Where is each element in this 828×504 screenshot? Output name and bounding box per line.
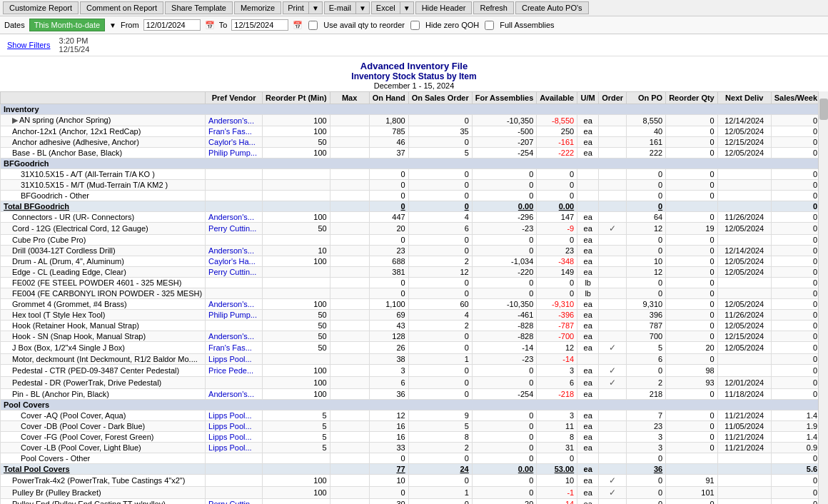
max-cell bbox=[330, 212, 369, 223]
col-header-reorder-pt[interactable]: Reorder Pt (Min) bbox=[263, 92, 330, 104]
use-avail-qty-checkbox[interactable] bbox=[308, 21, 318, 30]
vendor-link[interactable]: Anderson's... bbox=[208, 390, 254, 398]
sales-week-cell: 0 bbox=[771, 453, 818, 464]
available-cell: 0 bbox=[537, 169, 577, 180]
vendor-cell bbox=[206, 191, 263, 201]
vendor-cell bbox=[206, 377, 263, 389]
reorder-qty-cell: 0 bbox=[666, 246, 718, 256]
hide-zero-qoh-checkbox[interactable] bbox=[410, 21, 420, 30]
col-header-reorder-qty[interactable]: Reorder Qty bbox=[666, 92, 718, 104]
vendor-cell bbox=[206, 180, 263, 191]
order-cell: ✓ bbox=[599, 365, 627, 377]
vendor-link[interactable]: Fran's Fas... bbox=[208, 343, 252, 352]
from-calendar-icon[interactable]: 📅 bbox=[205, 21, 215, 30]
col-header-pref-vendor[interactable]: Pref Vendor bbox=[206, 92, 263, 104]
col-header-on-hand[interactable]: On Hand bbox=[369, 92, 408, 104]
col-header-on-sales-order[interactable]: On Sales Order bbox=[408, 92, 472, 104]
to-date-input[interactable] bbox=[231, 19, 288, 31]
item-name: 31X10.5X15 - M/T (Mud-Terrain T/A KM2 ) bbox=[1, 180, 206, 191]
print-button[interactable]: Print bbox=[283, 1, 308, 14]
memorize-button[interactable]: Memorize bbox=[234, 1, 281, 14]
vendor-link[interactable]: Lipps Pool... bbox=[208, 355, 252, 363]
vendor-link[interactable]: Perry Cuttin... bbox=[208, 500, 256, 504]
vendor-link[interactable]: Caylor's Ha... bbox=[208, 138, 256, 146]
report-header: Advanced Inventory File Inventory Stock … bbox=[0, 56, 828, 91]
excel-split: Excel ▼ bbox=[371, 1, 414, 14]
vendor-link[interactable]: Lipps Pool... bbox=[208, 433, 252, 441]
vendor-cell: Lipps Pool... bbox=[206, 354, 263, 365]
scrollbar[interactable] bbox=[818, 91, 828, 504]
available-cell: 149 bbox=[537, 267, 577, 278]
check-mark: ✓ bbox=[609, 475, 616, 485]
item-name: Drill (0034-12T Cordless Drill) bbox=[1, 246, 206, 256]
hide-header-button[interactable]: Hide Header bbox=[415, 1, 473, 14]
date-range-select[interactable]: This Month-to-date bbox=[29, 19, 105, 31]
comment-report-button[interactable]: Comment on Report bbox=[80, 1, 163, 14]
on-po-cell: 40 bbox=[627, 126, 666, 137]
check-mark: ✓ bbox=[609, 223, 616, 233]
next-deliv-cell: 11/05/2024 bbox=[717, 421, 771, 432]
vendor-link[interactable]: Anderson's... bbox=[208, 116, 254, 125]
on-hand-cell: 0 bbox=[369, 191, 408, 201]
available-cell: -9 bbox=[537, 223, 577, 235]
col-header-order[interactable]: Order bbox=[599, 92, 627, 104]
col-header-for-assemblies[interactable]: For Assemblies bbox=[472, 92, 537, 104]
vendor-link[interactable]: Perry Cuttin... bbox=[208, 268, 256, 276]
table-wrapper[interactable]: Pref Vendor Reorder Pt (Min) Max On Hand… bbox=[0, 91, 818, 504]
refresh-button[interactable]: Refresh bbox=[473, 1, 514, 14]
next-deliv-cell bbox=[717, 499, 771, 505]
on-hand-cell: 33 bbox=[369, 443, 408, 453]
vendor-link[interactable]: Philip Pump... bbox=[208, 311, 257, 319]
max-cell bbox=[330, 354, 369, 365]
vendor-link[interactable]: Fran's Fas... bbox=[208, 127, 252, 136]
vendor-link[interactable]: Lipps Pool... bbox=[208, 411, 252, 420]
excel-arrow[interactable]: ▼ bbox=[400, 1, 414, 14]
on-po-cell: 0 bbox=[627, 180, 666, 191]
vendor-cell: Perry Cuttin... bbox=[206, 223, 263, 235]
on-hand-cell: 785 bbox=[369, 126, 408, 137]
to-calendar-icon[interactable]: 📅 bbox=[293, 21, 303, 30]
on-sales-order-cell: 0 bbox=[408, 389, 472, 400]
col-header-sales-week[interactable]: Sales/Week bbox=[771, 92, 818, 104]
order-cell bbox=[599, 453, 627, 464]
available-cell: -8,550 bbox=[537, 115, 577, 126]
vendor-link[interactable]: Price Pede... bbox=[208, 366, 253, 375]
on-sales-order-cell: 1 bbox=[408, 487, 472, 499]
create-auto-po-button[interactable]: Create Auto PO's bbox=[515, 1, 589, 14]
sales-week-cell: 0 bbox=[771, 278, 818, 288]
from-date-input[interactable] bbox=[143, 19, 201, 31]
available-cell: 3 bbox=[537, 410, 577, 421]
col-header-next-deliv[interactable]: Next Deliv bbox=[717, 92, 771, 104]
order-cell: ✓ bbox=[599, 487, 627, 499]
vendor-link[interactable]: Anderson's... bbox=[208, 300, 254, 308]
table-row: Pulley Br (Pulley Bracket) 100 0 1 0 -1 … bbox=[1, 487, 819, 499]
vendor-link[interactable]: Caylor's Ha... bbox=[208, 257, 256, 266]
share-template-button[interactable]: Share Template bbox=[165, 1, 233, 14]
col-header-um[interactable]: U/M bbox=[577, 92, 599, 104]
excel-button[interactable]: Excel bbox=[371, 1, 400, 14]
vendor-cell: Price Pede... bbox=[206, 365, 263, 377]
on-hand-cell: 0 bbox=[369, 487, 408, 499]
um-cell: ea bbox=[577, 256, 599, 267]
email-arrow[interactable]: ▼ bbox=[355, 1, 370, 14]
show-filters-link[interactable]: Show Filters bbox=[3, 39, 55, 51]
item-name: PowerTrak-4x2 (PowerTrak, Tube Castings … bbox=[1, 475, 206, 487]
full-assemblies-checkbox[interactable] bbox=[485, 21, 494, 30]
col-header-on-po[interactable]: On PO bbox=[627, 92, 666, 104]
vendor-link[interactable]: Anderson's... bbox=[208, 332, 254, 341]
reorder-qty-cell: 0 bbox=[666, 169, 718, 180]
vendor-link[interactable]: Lipps Pool... bbox=[208, 443, 252, 452]
sales-week-cell: 0 bbox=[771, 499, 818, 505]
col-header-available[interactable]: Available bbox=[537, 92, 577, 104]
email-button[interactable]: E-mail bbox=[324, 1, 355, 14]
on-hand-cell: 1,100 bbox=[369, 299, 408, 310]
vendor-link[interactable]: Perry Cuttin... bbox=[208, 224, 256, 233]
col-header-max[interactable]: Max bbox=[330, 92, 369, 104]
vendor-link[interactable]: Philip Pump... bbox=[208, 148, 257, 157]
customize-report-button[interactable]: Customize Report bbox=[3, 1, 79, 14]
vendor-link[interactable]: Anderson's... bbox=[208, 246, 254, 255]
vendor-link[interactable]: Anderson's... bbox=[208, 213, 254, 221]
on-sales-order-cell: 12 bbox=[408, 267, 472, 278]
print-arrow[interactable]: ▼ bbox=[308, 1, 323, 14]
vendor-link[interactable]: Lipps Pool... bbox=[208, 422, 252, 430]
